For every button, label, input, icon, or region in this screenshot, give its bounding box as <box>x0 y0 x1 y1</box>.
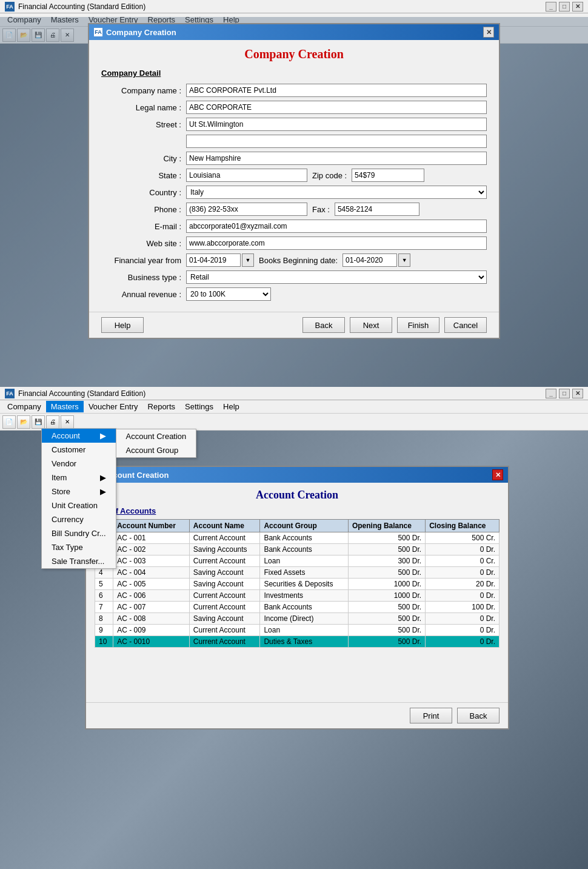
cell-acct-name: Saving Account <box>189 579 260 590</box>
company-creation-overlay: FA Company Creation ✕ Company Creation C… <box>0 17 588 387</box>
fin-year-input[interactable] <box>186 253 241 267</box>
city-input[interactable] <box>186 152 487 165</box>
bottom-menu-company[interactable]: Company <box>2 401 46 412</box>
top-window: FA Financial Accounting (Standard Editio… <box>0 0 588 387</box>
table-row[interactable]: 6 AC - 006 Current Account Investments 1… <box>95 590 499 602</box>
business-type-select[interactable]: Retail Wholesale Manufacturing <box>186 270 487 284</box>
masters-dropdown: Account Customer Vendor Item Store Unit … <box>41 428 116 569</box>
bottom-toolbar-open-btn[interactable]: 📂 <box>17 415 30 429</box>
books-begin-input[interactable] <box>342 253 397 267</box>
cell-acct-number: AC - 005 <box>113 579 190 590</box>
cell-acct-name: Saving Account <box>189 613 260 625</box>
bottom-minimize-btn[interactable]: _ <box>546 389 556 398</box>
fax-input[interactable] <box>335 203 419 216</box>
company-dialog-footer: Help Back Next Finish Cancel <box>89 312 499 338</box>
country-select[interactable]: Italy USA UK <box>186 186 487 199</box>
bottom-menu-help[interactable]: Help <box>218 401 244 412</box>
company-dialog-titlebar: FA Company Creation ✕ <box>89 24 499 40</box>
street-row1: Street : <box>101 118 487 131</box>
menu-item-currency[interactable]: Currency <box>42 512 116 526</box>
col-acct-group: Account Group <box>260 520 349 532</box>
bottom-taskbar: FA Financial Accounting (Standard Editio… <box>0 387 588 400</box>
street-input1[interactable] <box>186 118 487 131</box>
cell-acct-number: AC - 009 <box>113 625 190 636</box>
menu-item-customer[interactable]: Customer <box>42 443 116 457</box>
cancel-btn[interactable]: Cancel <box>444 317 487 333</box>
street-label: Street : <box>101 120 186 129</box>
dialog-icon: FA <box>94 28 102 36</box>
table-row[interactable]: 7 AC - 007 Current Account Bank Accounts… <box>95 602 499 613</box>
table-row[interactable]: 9 AC - 009 Current Account Loan 500 Dr. … <box>95 625 499 636</box>
table-row[interactable]: 3 AC - 003 Current Account Loan 300 Dr. … <box>95 555 499 567</box>
street-row2 <box>101 135 487 148</box>
cell-serial: 8 <box>95 613 113 625</box>
table-row[interactable]: 8 AC - 008 Saving Account Income (Direct… <box>95 613 499 625</box>
bottom-close-btn[interactable]: ✕ <box>572 389 583 398</box>
table-row[interactable]: 2 AC - 002 Saving Accounts Bank Accounts… <box>95 544 499 555</box>
menu-item-tax-type[interactable]: Tax Type <box>42 540 116 554</box>
menu-item-vendor[interactable]: Vendor <box>42 457 116 471</box>
submenu-account-creation[interactable]: Account Creation <box>116 429 196 443</box>
cell-acct-group: Bank Accounts <box>260 602 349 613</box>
company-dialog-close-btn[interactable]: ✕ <box>483 27 494 38</box>
cell-acct-name: Current Account <box>189 636 260 648</box>
cell-acct-number: AC - 008 <box>113 613 190 625</box>
menu-item-unit-creation[interactable]: Unit Creation <box>42 498 116 512</box>
fin-year-date-group: ▼ <box>186 253 254 267</box>
cell-opening-balance: 500 Dr. <box>348 613 425 625</box>
top-app-icon: FA <box>5 2 15 12</box>
back-btn[interactable]: Back <box>302 317 345 333</box>
company-name-input[interactable] <box>186 84 487 97</box>
menu-item-bill-sundry[interactable]: Bill Sundry Cr... <box>42 526 116 540</box>
zip-input[interactable] <box>352 169 424 182</box>
business-type-label: Business type : <box>101 273 186 282</box>
acct-back-btn[interactable]: Back <box>457 708 499 723</box>
books-begin-calendar-btn[interactable]: ▼ <box>398 253 410 267</box>
top-close-btn[interactable]: ✕ <box>572 2 583 12</box>
bottom-menu-voucher-entry[interactable]: Voucher Entry <box>84 401 143 412</box>
website-input[interactable] <box>186 237 487 250</box>
col-closing-balance: Closing Balance <box>426 520 499 532</box>
menu-item-item[interactable]: Item <box>42 471 116 485</box>
menu-item-account[interactable]: Account <box>42 429 116 443</box>
help-btn[interactable]: Help <box>101 317 144 333</box>
bottom-menu-reports[interactable]: Reports <box>143 401 181 412</box>
bottom-toolbar-print-btn[interactable]: 🖨 <box>46 415 59 429</box>
acct-print-btn[interactable]: Print <box>410 708 452 723</box>
fin-year-calendar-btn[interactable]: ▼ <box>242 253 254 267</box>
next-btn[interactable]: Next <box>350 317 392 333</box>
bottom-toolbar-save-btn[interactable]: 💾 <box>32 415 45 429</box>
annual-revenue-select[interactable]: 20 to 100K 100K to 500K 500K+ <box>186 287 271 301</box>
top-minimize-btn[interactable]: _ <box>546 2 556 12</box>
state-input[interactable] <box>186 169 307 182</box>
table-row[interactable]: 5 AC - 005 Saving Account Securities & D… <box>95 579 499 590</box>
phone-input[interactable] <box>186 203 307 216</box>
menu-item-sale-transfer[interactable]: Sale Transfer... <box>42 554 116 568</box>
finish-btn[interactable]: Finish <box>397 317 439 333</box>
top-maximize-btn[interactable]: □ <box>559 2 570 12</box>
cell-closing-balance: 0 Dr. <box>426 544 499 555</box>
account-submenu: Account Creation Account Group <box>116 429 197 458</box>
cell-opening-balance: 500 Dr. <box>348 532 425 544</box>
table-row[interactable]: 1 AC - 001 Current Account Bank Accounts… <box>95 532 499 544</box>
table-row[interactable]: 4 AC - 004 Saving Account Fixed Assets 5… <box>95 567 499 579</box>
menu-item-store[interactable]: Store <box>42 485 116 498</box>
cell-acct-name: Saving Accounts <box>189 544 260 555</box>
website-label: Web site : <box>101 239 186 248</box>
phone-fax-row: Phone : Fax : <box>101 203 487 216</box>
bottom-toolbar-new-btn[interactable]: 📄 <box>2 415 16 429</box>
table-row[interactable]: 10 AC - 0010 Current Account Duties & Ta… <box>95 636 499 648</box>
bottom-maximize-btn[interactable]: □ <box>559 389 570 398</box>
bottom-menu-settings[interactable]: Settings <box>180 401 218 412</box>
cell-opening-balance: 1000 Dr. <box>348 579 425 590</box>
legal-name-input[interactable] <box>186 101 487 114</box>
street-input2[interactable] <box>186 135 487 148</box>
submenu-account-group[interactable]: Account Group <box>116 443 196 457</box>
bottom-toolbar-delete-btn[interactable]: ✕ <box>61 415 74 429</box>
cell-acct-number: AC - 002 <box>113 544 190 555</box>
email-input[interactable] <box>186 220 487 233</box>
acct-dialog-close-btn[interactable]: ✕ <box>492 469 503 480</box>
bottom-menu-masters[interactable]: Masters <box>46 401 84 412</box>
cell-acct-number: AC - 006 <box>113 590 190 602</box>
account-creation-dialog: FA Account Creation ✕ Account Creation L… <box>85 466 509 730</box>
